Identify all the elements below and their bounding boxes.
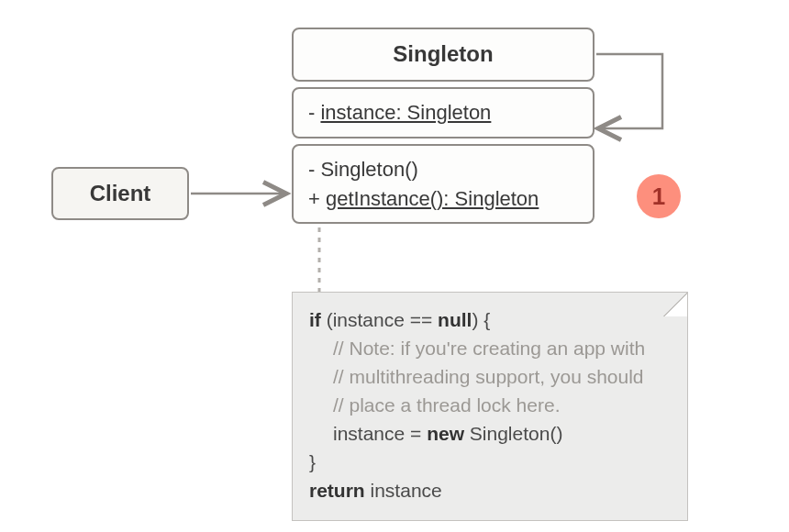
- code-comment-3: // place a thread lock here.: [309, 391, 671, 419]
- client-class-box: Client: [51, 167, 189, 220]
- code-comment-1: // Note: if you're creating an app with: [309, 334, 671, 362]
- singleton-class-name: Singleton: [393, 41, 493, 66]
- attribute-instance: instance: Singleton: [320, 101, 491, 124]
- code-comment-2: // multithreading support, you should: [309, 362, 671, 391]
- client-class-name: Client: [90, 181, 151, 206]
- code-note: if (instance == null) { // Note: if you'…: [292, 292, 688, 521]
- singleton-class-box: Singleton - instance: Singleton - Single…: [292, 28, 595, 224]
- self-association-arrow: [596, 54, 662, 128]
- code-line-1: if (instance == null) {: [309, 305, 671, 334]
- annotation-badge-1: 1: [637, 174, 681, 218]
- code-line-7: return instance: [309, 476, 671, 504]
- uml-diagram: Client Singleton - instance: Singleton -…: [0, 0, 789, 532]
- note-fold-corner: [663, 293, 687, 316]
- code-line-5: instance = new Singleton(): [309, 419, 671, 448]
- attributes-compartment: - instance: Singleton: [292, 87, 595, 139]
- operations-compartment: - Singleton() + getInstance(): Singleton: [292, 144, 595, 225]
- operation-constructor: - Singleton(): [308, 155, 578, 184]
- attribute-row: - instance: Singleton: [308, 98, 578, 127]
- class-name-compartment: Singleton: [292, 28, 595, 82]
- annotation-badge-label: 1: [652, 183, 665, 211]
- code-line-6: }: [309, 448, 671, 476]
- operation-getinstance: + getInstance(): Singleton: [308, 184, 578, 214]
